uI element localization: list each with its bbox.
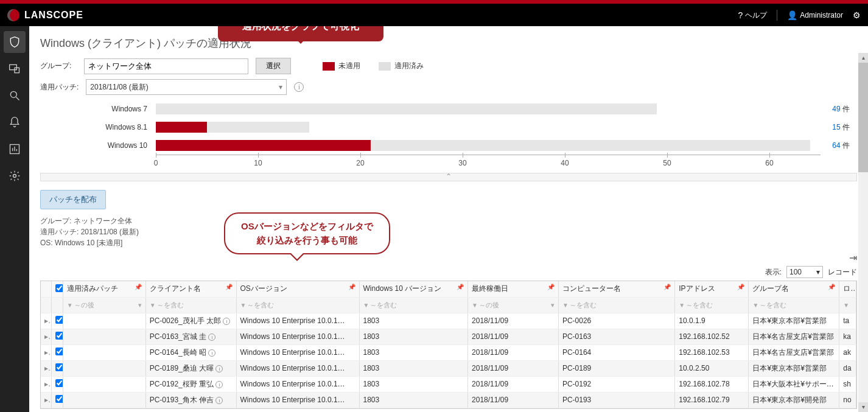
bar-segment-applied [207, 122, 309, 133]
table-row[interactable]: ▸PC-0192_桜野 重弘 iWindows 10 Enterprise 10… [41, 376, 856, 392]
info-icon[interactable]: i [208, 349, 215, 357]
table-row[interactable]: ▸PC-0189_桑迫 大暉 iWindows 10 Enterprise 10… [41, 360, 856, 376]
chart-bar-row[interactable]: Windows 1064 件 [40, 136, 857, 155]
table-row[interactable]: ▸PC-0163_宮城 圭 iWindows 10 Enterprise 10.… [41, 329, 856, 344]
expand-row-icon[interactable]: ▸ [41, 392, 51, 408]
help-icon: ? [738, 10, 743, 20]
cell-applied-patch [63, 360, 145, 376]
info-icon[interactable]: i [223, 318, 230, 325]
col-group-name[interactable]: グループ名📌 [749, 281, 839, 297]
chart-bar-row[interactable]: Windows 749 件 [40, 100, 857, 118]
row-checkbox[interactable] [55, 332, 63, 340]
col-os-version[interactable]: OSバージョン📌 [236, 281, 359, 297]
sidebar-item-reports[interactable] [4, 138, 26, 160]
col-ip-address[interactable]: IPアドレス📌 [675, 281, 749, 297]
filter-computer-name[interactable]: ▼～を含む [558, 297, 674, 313]
chart-icon [9, 143, 21, 155]
col-client-name[interactable]: クライアント名📌 [145, 281, 236, 297]
row-checkbox[interactable] [55, 395, 63, 403]
cell-ip-address: 10.0.1.9 [675, 313, 749, 329]
cell-group-name: 日本¥名古屋支店¥営業部 [749, 329, 839, 344]
user-menu[interactable]: 👤 Administrator [787, 10, 843, 20]
table-row[interactable]: ▸PC-0193_角木 伸吉 iWindows 10 Enterprise 10… [41, 392, 856, 408]
table-row[interactable]: ▸PC-0164_長崎 昭 iWindows 10 Enterprise 10.… [41, 344, 856, 360]
scroll-up-button[interactable]: ▴ [858, 53, 868, 63]
row-checkbox[interactable] [55, 363, 63, 371]
filter-applied-patch[interactable]: ▼～の後▾ [63, 297, 145, 313]
sidebar-item-settings[interactable] [4, 165, 26, 187]
chart-category-label: Windows 8.1 [40, 123, 156, 131]
filter-win10-version[interactable]: ▼～を含む [359, 297, 468, 313]
col-applied-patch[interactable]: 適用済みパッチ📌 [63, 281, 145, 297]
page-title: Windows (クライアント) パッチの適用状況 [40, 36, 857, 51]
devices-icon [9, 63, 21, 75]
filter-ip-address[interactable]: ▼～を含む [675, 297, 749, 313]
legend-swatch-applied [379, 62, 391, 71]
gear-icon: ⚙ [853, 10, 861, 20]
expand-row-icon[interactable]: ▸ [41, 344, 51, 360]
info-icon[interactable]: i [215, 381, 223, 388]
pin-icon: 📌 [547, 284, 555, 290]
cell-ip-address: 192.168.102.78 [675, 376, 749, 392]
cell-os-version: Windows 10 Enterprise 10.0.1… [236, 329, 359, 344]
chart-count-label[interactable]: 15 件 [821, 122, 857, 133]
vertical-scrollbar[interactable]: ▴ ▾ [858, 53, 868, 412]
filter-last-active[interactable]: ▼～の後▾ [468, 297, 559, 313]
info-icon[interactable]: i [215, 397, 223, 404]
info-icon[interactable]: i [208, 333, 215, 341]
settings-gear[interactable]: ⚙ [853, 10, 861, 20]
filter-client-name[interactable]: ▼～を含む [145, 297, 236, 313]
expand-row-icon[interactable]: ▸ [41, 313, 51, 329]
col-computer-name[interactable]: コンピューター名📌 [558, 281, 674, 297]
sidebar-item-shield[interactable] [4, 31, 26, 53]
scroll-thumb[interactable] [858, 63, 868, 172]
chart-count-label[interactable]: 64 件 [821, 141, 857, 151]
legend-label-unapplied: 未適用 [338, 61, 360, 71]
records-per-page-select[interactable]: 100 ▾ [786, 266, 823, 278]
pin-icon: 📌 [663, 284, 671, 290]
table-row[interactable]: ▸PC-0026_茂礼手 太郎 iWindows 10 Enterprise 1… [41, 313, 856, 329]
search-icon [9, 89, 21, 102]
scroll-down-button[interactable]: ▾ [858, 402, 868, 412]
expand-row-icon[interactable]: ▸ [41, 329, 51, 344]
info-icon[interactable]: i [294, 82, 304, 92]
chevron-down-icon: ▾ [816, 268, 820, 276]
cell-computer-name: PC-0192 [558, 376, 674, 392]
collapse-toggle[interactable]: ⌃ [40, 173, 857, 181]
row-checkbox[interactable] [55, 379, 63, 387]
col-check[interactable] [51, 281, 63, 297]
select-all-checkbox[interactable] [55, 284, 63, 292]
export-icon[interactable]: ⇥ [849, 252, 857, 264]
patch-select[interactable]: 2018/11/08 (最新) ▾ [86, 79, 287, 95]
col-win10-version[interactable]: Windows 10 バージョン📌 [359, 281, 468, 297]
sidebar-item-search[interactable] [4, 85, 26, 106]
expand-row-icon[interactable]: ▸ [41, 376, 51, 392]
info-icon[interactable]: i [215, 365, 223, 372]
filter-group-name[interactable]: ▼～を含む [749, 297, 839, 313]
chart-bar-row[interactable]: Windows 8.115 件 [40, 118, 857, 136]
axis-tick-label: 50 [663, 159, 671, 167]
cell-client-name: PC-0163_宮城 圭 i [145, 329, 236, 344]
group-select-button[interactable]: 選択 [256, 58, 291, 74]
expand-row-icon[interactable]: ▸ [41, 360, 51, 376]
row-checkbox[interactable] [55, 347, 63, 355]
help-link[interactable]: ? ヘルプ [738, 10, 768, 21]
legend-label-applied: 適用済み [394, 61, 424, 71]
filter-logon[interactable]: ▼ [839, 297, 856, 313]
col-last-active[interactable]: 最終稼働日📌 [468, 281, 559, 297]
brand-text: LANSCOPE [24, 10, 83, 21]
filter-os-version[interactable]: ▼～を含む [236, 297, 359, 313]
sidebar-item-devices[interactable] [4, 58, 26, 80]
cell-win10-version: 1803 [359, 392, 468, 408]
distribute-patch-button[interactable]: パッチを配布 [40, 190, 106, 209]
axis-tick-label: 40 [561, 159, 569, 167]
bar-segment-unapplied [156, 140, 371, 151]
pin-icon: 📌 [135, 284, 142, 290]
row-checkbox[interactable] [55, 316, 63, 324]
cell-os-version: Windows 10 Enterprise 10.0.1… [236, 313, 359, 329]
sidebar-item-alerts[interactable] [4, 111, 26, 133]
col-logon[interactable]: ログオ [839, 281, 856, 297]
chart-count-label[interactable]: 49 件 [821, 104, 857, 114]
group-input[interactable] [84, 58, 248, 74]
annotation-callout-chart: 適用状況をグラフで可視化 [218, 26, 383, 41]
